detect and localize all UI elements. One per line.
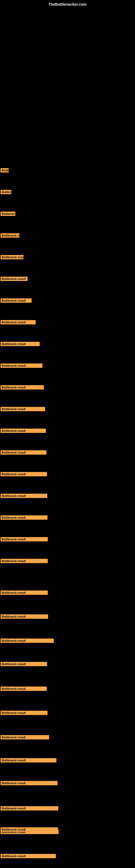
bottleneck-label-15: Bottleneck result bbox=[1, 299, 32, 303]
bottleneck-label-9: Bottleneck result bbox=[1, 168, 9, 173]
bottleneck-label-25: Bottleneck result bbox=[1, 516, 48, 520]
bottleneck-label-31: Bottleneck result bbox=[1, 735, 49, 739]
bottleneck-label-30: Bottleneck result bbox=[1, 711, 48, 715]
bottleneck-label-14: Bottleneck result bbox=[1, 277, 28, 281]
bottleneck-label-26: Bottleneck result bbox=[1, 537, 48, 541]
bottleneck-label-32: Bottleneck result bbox=[1, 827, 58, 832]
bottleneck-label-17: Bottleneck result bbox=[1, 342, 40, 346]
bottleneck-label-22: Bottleneck result bbox=[1, 450, 46, 455]
bottleneck-label-11: Bottleneck result bbox=[1, 212, 15, 216]
bottleneck-label-23: Bottleneck result bbox=[1, 472, 47, 476]
bottleneck-label-29: Bottleneck result bbox=[1, 662, 47, 666]
bottleneck-label-10: Bottleneck result bbox=[1, 190, 11, 194]
bottleneck-label-8: Bottleneck result bbox=[1, 854, 56, 858]
bottleneck-label-19: Bottleneck result bbox=[1, 385, 44, 390]
bottleneck-label-20: Bottleneck result bbox=[1, 407, 45, 411]
bottleneck-label-12: Bottleneck result bbox=[1, 233, 19, 238]
bottleneck-label-3: Bottleneck result bbox=[1, 686, 47, 691]
bottleneck-label-18: Bottleneck result bbox=[1, 364, 42, 368]
bottleneck-label-28: Bottleneck result bbox=[1, 614, 48, 619]
bottleneck-label-24: Bottleneck result bbox=[1, 494, 47, 498]
bottleneck-label-5: Bottleneck result bbox=[1, 781, 57, 785]
bottleneck-label-27: Bottleneck result bbox=[1, 559, 48, 563]
bottleneck-label-1: Bottleneck result bbox=[1, 590, 48, 595]
bottleneck-label-6: Bottleneck result bbox=[1, 806, 58, 810]
bottleneck-label-16: Bottleneck result bbox=[1, 320, 36, 324]
site-title: TheBottlenecker.com bbox=[48, 2, 87, 6]
bottleneck-label-13: Bottleneck result bbox=[1, 255, 24, 259]
bottleneck-label-4: Bottleneck result bbox=[1, 758, 56, 763]
bottleneck-label-2: Bottleneck result bbox=[1, 639, 54, 643]
bottleneck-label-21: Bottleneck result bbox=[1, 429, 46, 433]
